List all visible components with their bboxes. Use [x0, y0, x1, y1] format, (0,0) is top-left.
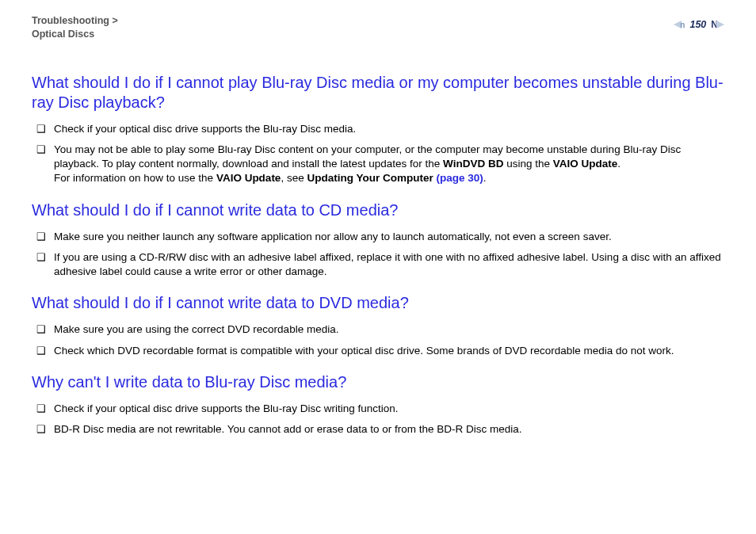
- text-run: .: [483, 172, 487, 184]
- heading-bluray-write: Why can't I write data to Blu-ray Disc m…: [32, 372, 724, 392]
- list-item: ❑ Make sure you neither launch any softw…: [36, 230, 724, 244]
- document-page: Troubleshooting > Optical Discs n 150 N …: [0, 0, 756, 534]
- text-run: For information on how to use the: [54, 172, 216, 184]
- list-text: BD-R Disc media are not rewritable. You …: [54, 422, 724, 437]
- bullet-icon: ❑: [36, 344, 54, 358]
- breadcrumb-separator: >: [112, 15, 117, 26]
- breadcrumb-bottom: Optical Discs: [32, 29, 94, 40]
- list-bluray-playback: ❑ Check if your optical disc drive suppo…: [36, 122, 724, 186]
- list-text: Check which DVD recordable format is com…: [54, 344, 724, 358]
- breadcrumb-top: Troubleshooting: [32, 15, 109, 26]
- bullet-icon: ❑: [36, 322, 54, 337]
- next-page-button[interactable]: N: [711, 19, 724, 30]
- heading-cd-write: What should I do if I cannot write data …: [32, 200, 724, 220]
- list-item: ❑ BD-R Disc media are not rewritable. Yo…: [36, 422, 724, 437]
- bullet-icon: ❑: [36, 250, 54, 265]
- bold-text: Updating Your Computer: [307, 172, 436, 184]
- arrow-right-icon: [716, 21, 724, 29]
- list-text: If you are using a CD-R/RW disc with an …: [54, 250, 724, 279]
- list-text: Make sure you are using the correct DVD …: [54, 322, 724, 337]
- list-item: ❑ Check if your optical disc drive suppo…: [36, 402, 724, 416]
- page-navigator: n 150 N: [674, 19, 724, 30]
- list-item: ❑ You may not be able to play some Blu-r…: [36, 143, 724, 186]
- list-item: ❑ Make sure you are using the correct DV…: [36, 322, 724, 337]
- heading-dvd-write: What should I do if I cannot write data …: [32, 293, 724, 313]
- list-text: Make sure you neither launch any softwar…: [54, 230, 724, 244]
- list-item: ❑ Check if your optical disc drive suppo…: [36, 122, 724, 136]
- letter-n-small: n: [680, 21, 685, 29]
- list-dvd-write: ❑ Make sure you are using the correct DV…: [36, 322, 724, 357]
- bold-text: VAIO Update: [216, 172, 281, 184]
- list-text: You may not be able to play some Blu-ray…: [54, 143, 724, 186]
- text-run: using the: [503, 158, 552, 170]
- list-bluray-write: ❑ Check if your optical disc drive suppo…: [36, 402, 724, 437]
- heading-bluray-playback: What should I do if I cannot play Blu-ra…: [32, 73, 724, 113]
- bold-text: VAIO Update: [553, 158, 618, 170]
- bullet-icon: ❑: [36, 402, 54, 416]
- page-header: Troubleshooting > Optical Discs n 150 N: [32, 14, 724, 41]
- bullet-icon: ❑: [36, 143, 54, 157]
- page-number: 150: [688, 19, 708, 30]
- bullet-icon: ❑: [36, 122, 54, 136]
- text-run: , see: [281, 172, 307, 184]
- list-text: Check if your optical disc drive support…: [54, 402, 724, 416]
- list-item: ❑ If you are using a CD-R/RW disc with a…: [36, 250, 724, 279]
- bullet-icon: ❑: [36, 230, 54, 244]
- bullet-icon: ❑: [36, 422, 54, 437]
- text-run: .: [617, 158, 620, 170]
- list-text: Check if your optical disc drive support…: [54, 122, 724, 136]
- page-link[interactable]: (page 30): [436, 172, 483, 184]
- bold-text: WinDVD BD: [443, 158, 503, 170]
- prev-page-button[interactable]: n: [674, 21, 685, 29]
- breadcrumb: Troubleshooting > Optical Discs: [32, 14, 118, 41]
- list-item: ❑ Check which DVD recordable format is c…: [36, 344, 724, 358]
- list-cd-write: ❑ Make sure you neither launch any softw…: [36, 230, 724, 280]
